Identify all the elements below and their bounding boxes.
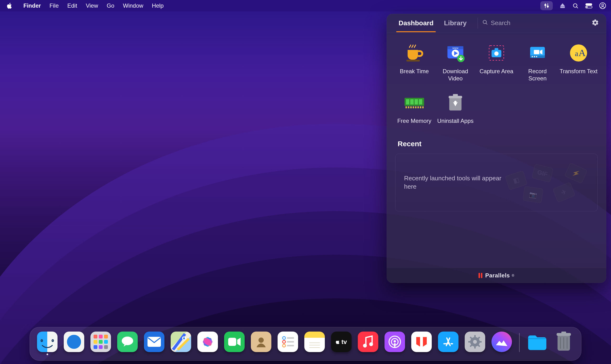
- ram-chip-icon: [403, 91, 425, 114]
- tool-capture-area[interactable]: Capture Area: [477, 42, 516, 82]
- dock-downloads[interactable]: [527, 332, 547, 355]
- coffee-cup-icon: [403, 42, 425, 64]
- tool-free-memory[interactable]: Free Memory: [395, 91, 433, 125]
- tool-label: Free Memory: [397, 117, 432, 125]
- dock-contacts[interactable]: [251, 332, 271, 355]
- svg-point-80: [363, 344, 367, 348]
- dock-safari[interactable]: [64, 332, 84, 355]
- eject-icon[interactable]: [559, 0, 566, 12]
- parallels-logo-icon: [478, 273, 482, 278]
- launchpad-icon: [91, 332, 111, 352]
- dock-facetime[interactable]: [224, 332, 245, 355]
- svg-marker-69: [237, 338, 240, 346]
- dock-trash[interactable]: [554, 332, 574, 355]
- dock-wallpaper-app[interactable]: [491, 332, 512, 355]
- parallels-popover: Dashboard Library: [387, 14, 606, 283]
- user-fast-switch-icon[interactable]: [599, 0, 606, 12]
- parallels-menu-icon[interactable]: [540, 1, 553, 10]
- search-field[interactable]: [482, 19, 588, 27]
- svg-point-29: [532, 56, 533, 57]
- tool-record-screen[interactable]: Record Screen: [518, 42, 557, 82]
- tool-download-video[interactable]: WWW Download Video: [436, 42, 475, 82]
- dock-news[interactable]: [411, 332, 432, 355]
- menu-window[interactable]: Window: [119, 0, 147, 12]
- record-screen-icon: [527, 42, 548, 64]
- tool-transform-text[interactable]: a A Transform Text: [559, 42, 598, 82]
- safari-icon: [64, 332, 84, 352]
- dock-podcasts[interactable]: [385, 332, 405, 355]
- dock-photos[interactable]: [197, 332, 218, 355]
- menu-go[interactable]: Go: [102, 0, 119, 12]
- tool-label: Record Screen: [518, 68, 557, 82]
- svg-text:A: A: [579, 47, 586, 58]
- mail-icon: [144, 332, 164, 352]
- svg-rect-39: [419, 99, 422, 104]
- music-icon: [358, 332, 378, 352]
- svg-rect-44: [415, 106, 416, 108]
- tv-icon: tv: [331, 332, 352, 352]
- svg-point-31: [536, 56, 537, 57]
- footer-reg-mark: ®: [512, 273, 514, 277]
- popover-header: Dashboard Library: [387, 14, 606, 32]
- svg-point-71: [283, 337, 285, 339]
- podcasts-icon: [385, 332, 405, 352]
- svg-text:WWW: WWW: [452, 47, 458, 49]
- tool-label: Download Video: [443, 68, 468, 82]
- tool-label: Capture Area: [479, 68, 513, 75]
- dock-launchpad[interactable]: [91, 332, 111, 355]
- downloads-folder-icon: [527, 332, 547, 352]
- svg-rect-57: [147, 337, 161, 347]
- apple-menu-icon[interactable]: [7, 3, 13, 9]
- svg-rect-4: [560, 7, 564, 8]
- tab-library-label: Library: [444, 19, 467, 27]
- dock-mail[interactable]: [144, 332, 164, 355]
- system-prefs-icon: [465, 332, 485, 352]
- svg-rect-43: [413, 106, 414, 108]
- svg-rect-7: [585, 3, 592, 5]
- wallpaper-app-icon: [491, 332, 512, 352]
- search-input[interactable]: [491, 19, 588, 27]
- tool-label: Uninstall Apps: [437, 117, 474, 125]
- transform-text-icon: a A: [568, 42, 589, 64]
- dock-notes[interactable]: [304, 332, 325, 355]
- dock-reminders[interactable]: [278, 332, 298, 355]
- svg-rect-23: [494, 48, 498, 51]
- svg-point-70: [258, 338, 264, 343]
- menu-help[interactable]: Help: [147, 0, 168, 12]
- tool-break-time[interactable]: Break Time: [395, 42, 433, 82]
- dock-maps[interactable]: [171, 332, 191, 355]
- control-center-icon[interactable]: [585, 0, 592, 12]
- photos-icon: [197, 332, 218, 352]
- svg-point-81: [369, 342, 373, 346]
- news-icon: [411, 332, 432, 352]
- search-icon: [482, 19, 488, 27]
- tab-dashboard[interactable]: Dashboard: [394, 14, 438, 32]
- dock-app-store[interactable]: [438, 332, 458, 355]
- menu-bar: Finder File Edit View Go Window Help: [0, 0, 611, 12]
- svg-line-94: [470, 345, 472, 347]
- svg-rect-14: [406, 60, 420, 62]
- app-store-icon: [438, 332, 458, 352]
- footer-brand-label: Parallels: [485, 272, 510, 279]
- dock-tv[interactable]: tv: [331, 332, 352, 355]
- download-video-icon: WWW: [444, 42, 466, 64]
- recent-placeholder-text: Recently launched tools will appear here: [404, 174, 504, 191]
- menu-view[interactable]: View: [81, 0, 102, 12]
- uninstall-apps-icon: [444, 91, 466, 114]
- dock-system-prefs[interactable]: [465, 332, 485, 355]
- menu-edit[interactable]: Edit: [63, 0, 81, 12]
- settings-button[interactable]: [591, 19, 599, 27]
- reminders-icon: [278, 332, 298, 352]
- svg-point-51: [454, 101, 457, 103]
- dock-messages[interactable]: [117, 332, 138, 355]
- dock-music[interactable]: [358, 332, 378, 355]
- menu-app-name[interactable]: Finder: [19, 0, 45, 12]
- dock-finder[interactable]: [37, 332, 57, 355]
- tool-uninstall-apps[interactable]: Uninstall Apps: [436, 91, 475, 125]
- svg-point-24: [494, 52, 499, 56]
- menu-file[interactable]: File: [45, 0, 63, 12]
- spotlight-icon[interactable]: [572, 0, 579, 12]
- recent-title: Recent: [395, 140, 598, 148]
- tab-library[interactable]: Library: [439, 14, 471, 32]
- svg-point-73: [283, 340, 285, 343]
